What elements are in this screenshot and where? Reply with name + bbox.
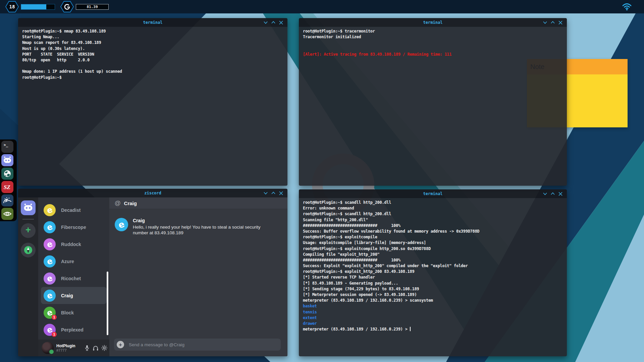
terminal-line: [Alert]: Active tracing from 83.49.108.1… bbox=[303, 52, 563, 57]
settings-gear-icon[interactable] bbox=[101, 345, 107, 351]
message-avatar: e bbox=[115, 218, 128, 231]
terminal-titlebar[interactable]: terminal bbox=[299, 18, 567, 27]
terminal-line: 80/tcp open http 2.0.0 bbox=[22, 57, 283, 63]
logo-g-icon bbox=[63, 3, 71, 11]
contact-ricochet[interactable]: eRicochet bbox=[38, 270, 109, 287]
terminal-titlebar[interactable]: terminal bbox=[299, 189, 567, 198]
terminal-titlebar[interactable]: terminal bbox=[18, 18, 287, 27]
terminal-line: Success: Buffer overflow vulnerability f… bbox=[303, 229, 563, 234]
contact-name: Ricochet bbox=[61, 276, 81, 281]
terminal-output[interactable]: root@HotPlugin:~$ scandll http_200.dllEr… bbox=[299, 198, 567, 356]
terminal-line: Success: Exploit "exploit_http_200" comp… bbox=[303, 263, 563, 269]
contact-ruddock[interactable]: eRuddock bbox=[38, 236, 109, 253]
contact-avatar: e bbox=[44, 221, 56, 233]
maximize-icon[interactable] bbox=[271, 191, 276, 195]
terminal-output[interactable]: root@HotPlugin:~$ nmap 83.49.108.189Star… bbox=[18, 27, 287, 186]
rail-divider bbox=[22, 219, 34, 220]
ziscord-titlebar[interactable]: ziscord bbox=[18, 189, 287, 197]
contact-azure[interactable]: eAzure bbox=[38, 253, 109, 270]
terminal-line: Starting Nmap... bbox=[22, 34, 283, 40]
dock-eye-app-icon[interactable] bbox=[1, 208, 13, 220]
terminal-line: [*] Meterpreter session opened (-> 83.49… bbox=[303, 292, 563, 298]
microphone-icon[interactable] bbox=[84, 345, 90, 351]
compass-icon bbox=[22, 244, 34, 256]
dock-terminal-icon[interactable]: >_ bbox=[1, 141, 13, 153]
terminal-line: root@HotPlugin:~$ nmap 83.49.108.189 bbox=[22, 28, 283, 34]
terminal-line: root@HotPlugin:~$ exploit_http_200 83.49… bbox=[303, 269, 563, 275]
minimize-icon[interactable] bbox=[263, 20, 268, 24]
contact-avatar: e bbox=[44, 255, 56, 267]
close-icon[interactable] bbox=[558, 192, 563, 196]
message-input-bar: + bbox=[114, 339, 281, 351]
contact-name: Decadist bbox=[61, 207, 80, 213]
contacts-scrollbar[interactable] bbox=[107, 272, 108, 335]
contact-decadist[interactable]: eDecadist bbox=[38, 201, 109, 219]
contact-perplexed[interactable]: e1Perplexed bbox=[38, 321, 109, 338]
contact-avatar: e bbox=[44, 238, 56, 250]
terminal-line: Compiling file "exploit_http_200" bbox=[303, 252, 563, 257]
contact-name: Fiberscope bbox=[61, 225, 86, 230]
dock-ziscord-icon[interactable] bbox=[1, 154, 13, 166]
window-title: terminal bbox=[18, 20, 287, 25]
chat-message: e Craig Hello, i really need your help! … bbox=[115, 218, 282, 236]
contact-name: Block bbox=[61, 310, 74, 315]
dock-sz-app-icon[interactable]: SZ bbox=[1, 181, 13, 193]
terminal-line: extent bbox=[303, 315, 563, 321]
terminal-line: [*] Started reverse TCP handler bbox=[303, 275, 563, 280]
ziscord-home-button[interactable] bbox=[21, 200, 36, 215]
dock-wave-app-icon[interactable] bbox=[1, 194, 13, 206]
message-author: Craig bbox=[133, 218, 274, 223]
contact-name: Ruddock bbox=[61, 242, 81, 247]
maximize-icon[interactable] bbox=[271, 20, 276, 24]
minimize-icon[interactable] bbox=[543, 192, 547, 196]
ziscord-logo-glyph: e bbox=[117, 220, 126, 230]
terminal-line: tennis bbox=[303, 309, 563, 315]
add-server-button[interactable]: + bbox=[21, 223, 36, 238]
terminal-line: root@HotPlugin:~$ tracermonitor bbox=[303, 28, 563, 34]
close-icon[interactable] bbox=[279, 191, 283, 195]
close-icon[interactable] bbox=[558, 20, 563, 25]
maximize-icon[interactable] bbox=[550, 192, 555, 196]
wifi-icon[interactable] bbox=[622, 2, 632, 12]
ziscord-logo-glyph: e bbox=[46, 257, 54, 266]
contact-fiberscope[interactable]: eFiberscope bbox=[38, 219, 109, 236]
contact-avatar: e bbox=[44, 204, 56, 216]
ziscord-logo-glyph: e bbox=[46, 274, 54, 283]
contact-avatar: e1 bbox=[44, 307, 56, 319]
minimize-icon[interactable] bbox=[543, 20, 547, 24]
contact-name: Azure bbox=[61, 259, 74, 264]
ziscord-logo-glyph: e bbox=[46, 291, 54, 300]
contact-avatar: e1 bbox=[44, 324, 56, 336]
terminal-line: root@HotPlugin:~$ exploitcompile http_20… bbox=[303, 246, 563, 252]
terminal-line: ################################ 100% bbox=[303, 223, 563, 229]
message-text: Hello, i really need your help! You have… bbox=[133, 224, 274, 236]
svg-text:>_: >_ bbox=[4, 143, 8, 147]
close-icon[interactable] bbox=[279, 20, 283, 25]
terminal-line: [*] Sending stage (704,229 bytes) to 83.… bbox=[303, 286, 563, 292]
contact-block[interactable]: e1Block bbox=[38, 304, 109, 321]
user-avatar[interactable] bbox=[42, 342, 54, 354]
xp-progress-bar bbox=[21, 4, 55, 10]
headphones-icon[interactable] bbox=[93, 345, 99, 351]
terminal-line: PORT STATE SERVICE VERSION bbox=[22, 52, 283, 57]
terminal-line bbox=[22, 63, 283, 69]
contact-name: Craig bbox=[61, 293, 73, 298]
terminal-line: [*] 83.49.108.189 - Generating payload..… bbox=[303, 281, 563, 286]
dock: >_ SZ bbox=[0, 139, 17, 221]
attach-plus-icon[interactable]: + bbox=[117, 341, 124, 348]
terminal-output[interactable]: root@HotPlugin:~$ tracermonitorTracermon… bbox=[299, 27, 567, 186]
dock-browser-globe-icon[interactable] bbox=[1, 168, 13, 180]
message-input[interactable] bbox=[128, 342, 281, 348]
chat-header: @ Craig bbox=[109, 197, 287, 209]
contact-craig[interactable]: eCraig bbox=[41, 287, 107, 304]
terminal-window-tracermonitor: terminal root@HotPlugin:~$ tracermonitor… bbox=[299, 18, 567, 186]
terminal-line: root@HotPlugin:~$ scandll http_200.dll bbox=[303, 211, 563, 217]
terminal-line: Host is up (0.30s latency). bbox=[22, 46, 283, 52]
server-rail: + bbox=[18, 197, 38, 356]
explore-servers-button[interactable] bbox=[21, 243, 36, 257]
contact-avatar: e bbox=[44, 290, 56, 302]
minimize-icon[interactable] bbox=[263, 191, 268, 195]
window-title: ziscord bbox=[18, 191, 287, 195]
maximize-icon[interactable] bbox=[550, 20, 555, 24]
terminal-line: ################################ 100% bbox=[303, 257, 563, 263]
